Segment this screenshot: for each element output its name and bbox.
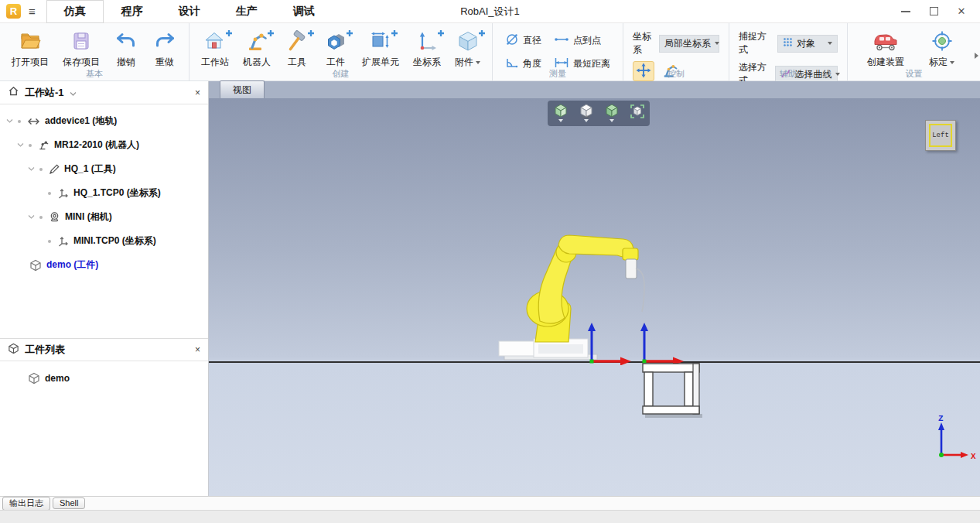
view-cube-face-label: Left: [932, 132, 949, 139]
z-axis-label: Z: [938, 415, 944, 423]
create-station-label: 工作站: [201, 56, 229, 69]
fit-view-button[interactable]: [627, 103, 647, 124]
tree-item-label: HQ_1.TCP0 (坐标系): [73, 186, 161, 200]
tree-item-demo[interactable]: demo (工件): [0, 253, 208, 277]
undo-button[interactable]: 撤销: [107, 26, 145, 71]
measure-point-to-point-button[interactable]: 点到点: [554, 32, 610, 49]
parts-list: demo: [0, 361, 208, 389]
parts-panel-title: 工件列表: [25, 343, 65, 357]
tree-bullet: [48, 240, 51, 243]
world-axis-indicator: Z X: [930, 415, 978, 462]
save-project-button[interactable]: 保存项目: [56, 26, 107, 71]
chevron-down-icon[interactable]: [17, 142, 24, 148]
create-robot-button[interactable]: 机器人: [236, 26, 278, 71]
table-model: [642, 363, 704, 420]
coordinate-triads: [572, 321, 712, 365]
chevron-down-icon[interactable]: [70, 86, 77, 100]
tree-item-hq1[interactable]: HQ_1 (工具): [0, 157, 208, 181]
create-attachment-button[interactable]: 附件: [448, 26, 487, 71]
ribbon-group-settings: 创建装置 标定 设置: [848, 23, 980, 80]
hammer-icon: [285, 29, 309, 53]
station-panel-close-button[interactable]: ×: [195, 87, 200, 98]
redo-button[interactable]: 重做: [145, 26, 184, 71]
shell-tab[interactable]: Shell: [53, 497, 85, 509]
sidebar: 工作站-1 × addevice1 (地轨) MR12-2010 (机器人) H…: [0, 81, 209, 496]
ribbon-group-create: 工作站 机器人 工具 工件: [190, 23, 493, 80]
snap-mode-dropdown[interactable]: 对象: [777, 35, 838, 53]
menu-tab-simulation[interactable]: 仿真: [46, 0, 104, 23]
view-cube[interactable]: Left: [925, 120, 956, 151]
scene-3d[interactable]: Solid Left Z X: [209, 98, 980, 496]
ribbon: 打开项目 保存项目 撤销 重做 基本 工作: [0, 23, 980, 81]
tree-item-hq1-tcp0[interactable]: HQ_1.TCP0 (坐标系): [0, 181, 208, 205]
undo-icon: [114, 29, 138, 53]
chevron-down-icon[interactable]: [476, 61, 480, 64]
view-toolbar: Solid: [548, 101, 650, 126]
cube-icon: [456, 29, 480, 53]
save-project-label: 保存项目: [63, 56, 100, 69]
folder-icon: [18, 29, 43, 53]
home-icon: [8, 85, 19, 100]
menu-tab-bar: 仿真 程序 设计 生产 调试: [46, 0, 333, 23]
tree-item-addevice1[interactable]: addevice1 (地轨): [0, 109, 208, 133]
menu-tab-program[interactable]: 程序: [104, 0, 161, 23]
parts-panel-close-button[interactable]: ×: [195, 344, 200, 355]
snap-mode-value: 对象: [797, 37, 815, 50]
station-panel-header: 工作站-1 ×: [0, 81, 208, 104]
plus-badge-icon: [307, 26, 315, 40]
maximize-button[interactable]: [923, 2, 944, 21]
car-icon: [871, 29, 900, 53]
minimize-icon: [901, 11, 910, 12]
tree-item-label: demo (工件): [46, 258, 98, 272]
tree-item-mini-tcp0[interactable]: MINI.TCP0 (坐标系): [0, 229, 208, 253]
measure-diameter-button[interactable]: 直径: [505, 32, 541, 49]
ribbon-group-measure: 直径 点到点 角度 最短距离 测量: [493, 23, 623, 80]
viewport-tab-view[interactable]: 视图: [220, 80, 265, 98]
minimize-button[interactable]: [895, 2, 917, 21]
open-project-button[interactable]: 打开项目: [5, 26, 56, 71]
close-button[interactable]: ✕: [951, 2, 972, 21]
create-frame-button[interactable]: 坐标系: [406, 26, 448, 71]
station-tree: addevice1 (地轨) MR12-2010 (机器人) HQ_1 (工具)…: [0, 104, 208, 338]
create-device-button[interactable]: 创建装置: [860, 26, 911, 71]
tree-item-mr12-2010[interactable]: MR12-2010 (机器人): [0, 133, 208, 157]
tree-bullet: [29, 144, 32, 147]
extension-unit-icon: [368, 29, 393, 53]
chevron-down-icon[interactable]: [28, 166, 35, 172]
calibrate-button[interactable]: 标定: [922, 26, 961, 71]
create-part-button[interactable]: 工件: [316, 26, 355, 71]
chevron-down-icon[interactable]: [6, 118, 13, 124]
open-project-label: 打开项目: [12, 56, 49, 69]
solid-view-button[interactable]: Solid: [576, 103, 596, 124]
workpiece-cube-icon: [8, 343, 19, 357]
output-log-tab[interactable]: 输出日志: [2, 497, 50, 511]
chevron-down-icon[interactable]: [28, 214, 35, 220]
wireframe-view-button[interactable]: [551, 103, 571, 124]
rail-icon: [27, 117, 40, 126]
ribbon-group-basic: 打开项目 保存项目 撤销 重做 基本: [0, 23, 190, 80]
floppy-disk-icon: [69, 29, 94, 53]
diameter-icon: [505, 32, 519, 49]
coordinate-frame-icon: [415, 29, 439, 53]
create-extension-button[interactable]: 扩展单元: [355, 26, 406, 71]
measure-diameter-label: 直径: [523, 34, 541, 47]
tree-item-label: MR12-2010 (机器人): [54, 138, 139, 152]
frame-icon: [57, 236, 69, 247]
menu-tab-design[interactable]: 设计: [161, 0, 218, 23]
chevron-down-icon[interactable]: [950, 61, 954, 64]
hex-nut-icon: [323, 29, 348, 53]
plus-badge-icon: [267, 26, 275, 40]
tree-bullet: [39, 216, 43, 219]
shaded-view-button[interactable]: [602, 103, 622, 124]
coord-system-dropdown[interactable]: 局部坐标系: [659, 35, 719, 53]
redo-label: 重做: [155, 56, 174, 69]
ribbon-expand-icon[interactable]: [975, 48, 978, 62]
create-station-button[interactable]: 工作站: [194, 26, 236, 71]
parts-list-item-demo[interactable]: demo: [0, 367, 208, 389]
menu-tab-production[interactable]: 生产: [218, 0, 275, 23]
menu-tab-debug[interactable]: 调试: [275, 0, 333, 23]
create-tool-button[interactable]: 工具: [278, 26, 316, 71]
create-part-label: 工件: [326, 56, 345, 69]
tree-item-mini[interactable]: MINI (相机): [0, 205, 208, 229]
main-menu-icon[interactable]: ≡: [29, 5, 36, 18]
